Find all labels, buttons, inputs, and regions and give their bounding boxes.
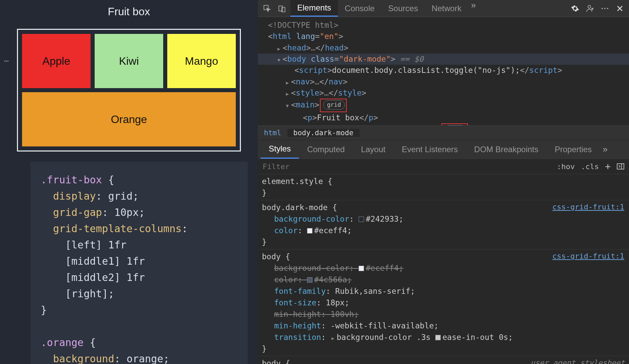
css-declaration[interactable]: transition: background-color .3s ease-in…	[262, 331, 625, 343]
svg-rect-8	[617, 164, 624, 169]
css-declaration-overridden[interactable]: background-color: #eceff4;	[262, 262, 625, 274]
dom-node-main[interactable]: <main>grid	[258, 99, 629, 112]
devtools-panel: Elements Console Sources Network » <!DOC…	[258, 0, 629, 364]
subtab-computed[interactable]: Computed	[299, 140, 353, 159]
crumb-html[interactable]: html	[258, 129, 287, 137]
crumb-body[interactable]: body.dark-mode	[287, 129, 360, 137]
devtools-main-tabs: Elements Console Sources Network »	[290, 0, 479, 17]
tab-elements[interactable]: Elements	[290, 0, 338, 17]
css-declaration[interactable]: color: #eceff4;	[262, 225, 625, 236]
styles-filter-bar: :hov .cls +	[258, 159, 629, 174]
hov-toggle[interactable]: :hov	[557, 162, 575, 171]
svg-point-6	[604, 8, 606, 9]
disclosure-triangle-icon[interactable]	[277, 42, 281, 54]
tab-console[interactable]: Console	[338, 0, 381, 17]
close-devtools-icon[interactable]	[613, 2, 626, 15]
toggle-sidebar-icon[interactable]	[617, 163, 624, 169]
settings-gear-icon[interactable]	[569, 2, 582, 15]
cls-toggle[interactable]: .cls	[581, 162, 599, 171]
dom-tree[interactable]: <!DOCTYPE html> <html lang="en"> <head>……	[258, 17, 629, 125]
color-swatch-icon[interactable]	[307, 228, 312, 234]
svg-rect-1	[279, 6, 283, 11]
styles-subtabs: Styles Computed Layout Event Listeners D…	[258, 140, 629, 159]
dom-node-style[interactable]: <style>…</style>	[258, 87, 629, 99]
styles-filter-input[interactable]	[263, 162, 551, 171]
svg-point-5	[602, 8, 603, 9]
style-rule-body[interactable]: css-grid-fruit:1 body { background-color…	[258, 249, 629, 356]
devtools-toolbar: Elements Console Sources Network »	[258, 0, 629, 17]
tab-network[interactable]: Network	[425, 0, 468, 17]
dom-node-p[interactable]: <p>Fruit box</p>	[258, 112, 629, 123]
css-declaration[interactable]: background-color: #242933;	[262, 213, 625, 225]
css-declaration-overridden[interactable]: color: #4c566a;	[262, 274, 625, 285]
style-rule-body-ua[interactable]: user agent stylesheet body {	[258, 356, 629, 364]
disclosure-triangle-icon[interactable]	[330, 331, 335, 343]
disclosure-triangle-icon[interactable]	[285, 87, 290, 99]
ua-stylesheet-label: user agent stylesheet	[531, 358, 625, 364]
dom-breadcrumbs: html body.dark-mode	[258, 125, 629, 140]
color-swatch-icon[interactable]	[307, 277, 312, 283]
subtab-dom-breakpoints[interactable]: DOM Breakpoints	[466, 140, 547, 159]
new-style-rule-icon[interactable]: +	[605, 161, 611, 172]
css-declaration-overridden[interactable]: min-height: 100vh;	[262, 308, 625, 320]
styles-pane[interactable]: element.style { } css-grid-fruit:1 body.…	[258, 174, 629, 364]
svg-point-3	[588, 5, 591, 8]
grid-badge-highlighted[interactable]: grid	[320, 99, 347, 112]
code-selector: .orange	[41, 337, 83, 348]
fruit-box-grid: Apple Kiwi Mango Orange	[17, 29, 241, 151]
fruit-orange: Orange	[22, 92, 236, 146]
easing-swatch-icon[interactable]	[435, 335, 441, 340]
style-rule-element[interactable]: element.style { }	[258, 174, 629, 200]
account-icon[interactable]	[584, 2, 596, 15]
disclosure-triangle-icon[interactable]	[285, 99, 290, 110]
dom-node-body-selected[interactable]: …<body class="dark-mode"> == $0	[258, 54, 629, 65]
tabs-overflow-icon[interactable]: »	[468, 0, 478, 17]
dom-node-html[interactable]: <html lang="en">	[258, 31, 629, 42]
tab-sources[interactable]: Sources	[381, 0, 425, 17]
fruit-apple: Apple	[22, 34, 91, 88]
css-declaration[interactable]: font-size: 18px;	[262, 297, 625, 308]
fruit-kiwi: Kiwi	[95, 34, 163, 88]
css-declaration[interactable]: min-height: -webkit-fill-available;	[262, 320, 625, 331]
fruit-mango: Mango	[167, 34, 236, 88]
subtab-styles[interactable]: Styles	[261, 140, 299, 159]
css-declaration[interactable]: font-family: Rubik,sans-serif;	[262, 285, 625, 297]
subtab-event-listeners[interactable]: Event Listeners	[394, 140, 466, 159]
source-link[interactable]: css-grid-fruit:1	[552, 251, 624, 262]
dom-node-script[interactable]: <script>document.body.classList.toggle("…	[258, 65, 629, 76]
svg-point-7	[607, 8, 608, 9]
style-rule-body-darkmode[interactable]: css-grid-fruit:1 body.dark-mode { backgr…	[258, 200, 629, 249]
svg-point-4	[592, 8, 593, 9]
dom-node-nav[interactable]: <nav>…</nav>	[258, 76, 629, 87]
code-snippet: .fruit-box { display: grid; grid-gap: 10…	[31, 162, 248, 364]
subtab-layout[interactable]: Layout	[353, 140, 394, 159]
inspect-element-icon[interactable]	[261, 2, 273, 15]
subtabs-overflow-icon[interactable]: »	[600, 144, 610, 155]
color-swatch-icon[interactable]	[359, 217, 364, 222]
color-swatch-icon[interactable]	[359, 266, 364, 271]
more-menu-icon[interactable]	[598, 2, 611, 15]
page-title: Fruit box	[10, 5, 248, 18]
source-link[interactable]: css-grid-fruit:1	[552, 202, 624, 213]
disclosure-triangle-icon[interactable]	[285, 76, 290, 87]
device-toolbar-icon[interactable]	[275, 2, 288, 15]
disclosure-triangle-icon[interactable]	[277, 54, 281, 65]
dom-node-doctype[interactable]: <!DOCTYPE html>	[258, 20, 629, 31]
page-preview: Fruit box Apple Kiwi Mango Orange .fruit…	[0, 0, 258, 364]
subtab-properties[interactable]: Properties	[547, 140, 600, 159]
code-selector: .fruit-box	[41, 174, 102, 186]
dom-node-head[interactable]: <head>…</head>	[258, 42, 629, 54]
